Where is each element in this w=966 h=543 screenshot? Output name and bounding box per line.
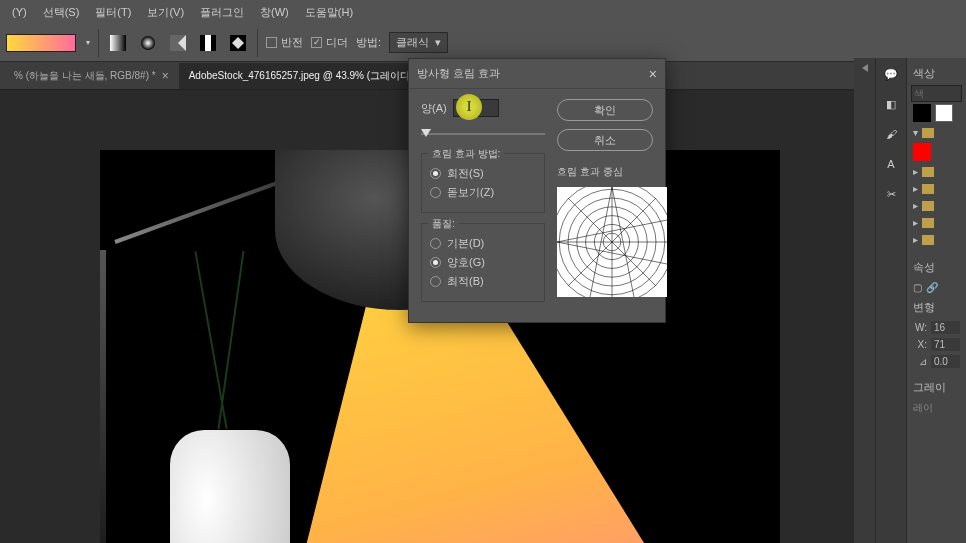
color-search[interactable] — [911, 85, 962, 102]
properties-panel: 색상 ▾ ▸ ▸ ▸ ▸ ▸ 속성 ▢🔗 변형 W:16 X:71 ⊿0.0 그… — [906, 58, 966, 543]
folder-icon — [922, 218, 934, 228]
chevron-right-icon: ▸ — [913, 166, 918, 177]
angle-value[interactable]: 0.0 — [931, 355, 960, 368]
chevron-down-icon: ▾ — [913, 127, 918, 138]
menu-item[interactable]: (Y) — [6, 2, 33, 22]
menu-item[interactable]: 플러그인 — [194, 1, 250, 24]
center-label: 흐림 효과 중심 — [557, 165, 653, 179]
checkbox-icon — [266, 37, 277, 48]
lamp-stand — [100, 250, 106, 543]
menu-item[interactable]: 선택(S) — [37, 1, 86, 24]
method-legend: 흐림 효과 방법: — [428, 147, 504, 161]
menu-item[interactable]: 도움말(H) — [299, 1, 359, 24]
diamond-gradient-icon[interactable] — [227, 32, 249, 54]
separator — [257, 29, 258, 57]
gradient-picker[interactable] — [6, 34, 76, 52]
method-select[interactable]: 클래식 ▾ — [389, 32, 448, 53]
dither-label: 디더 — [326, 35, 348, 50]
layer-folder[interactable]: ▾ — [911, 124, 962, 141]
radio-best[interactable]: 최적(B) — [430, 274, 536, 289]
amount-label: 양(A) — [421, 101, 447, 116]
vase — [170, 430, 290, 543]
folder-icon — [922, 201, 934, 211]
radial-gradient-icon[interactable] — [137, 32, 159, 54]
adjustments-icon[interactable]: ◧ — [881, 94, 901, 114]
amount-slider[interactable] — [421, 127, 545, 141]
swatch-white[interactable] — [935, 104, 953, 122]
menu-item[interactable]: 창(W) — [254, 1, 295, 24]
layer-folder[interactable]: ▸ — [911, 197, 962, 214]
quality-group: 품질: 기본(D) 양호(G) 최적(B) — [421, 223, 545, 302]
menubar: (Y) 선택(S) 필터(T) 보기(V) 플러그인 창(W) 도움말(H) — [0, 0, 966, 24]
radio-label: 양호(G) — [447, 255, 485, 270]
radio-good[interactable]: 양호(G) — [430, 255, 536, 270]
transform-title[interactable]: 변형 — [911, 296, 962, 319]
close-icon[interactable]: × — [649, 66, 657, 82]
tab-label: AdobeStock_476165257.jpeg @ 43.9% (그레이디언… — [189, 69, 429, 83]
dialog-title-text: 방사형 흐림 효과 — [417, 66, 500, 81]
radio-label: 돋보기(Z) — [447, 185, 494, 200]
color-panel-title[interactable]: 색상 — [911, 62, 962, 85]
menu-item[interactable]: 보기(V) — [141, 1, 190, 24]
right-panels: 💬 ◧ 🖌 A ✂ 색상 ▾ ▸ ▸ ▸ ▸ ▸ 속성 ▢🔗 변형 W:16 X… — [876, 58, 966, 543]
radio-icon — [430, 276, 441, 287]
layer-folder[interactable]: ▸ — [911, 180, 962, 197]
chevron-down-icon[interactable]: ▾ — [86, 38, 90, 47]
gray-title: 그레이 — [911, 376, 962, 399]
comment-icon[interactable]: 💬 — [881, 64, 901, 84]
chevron-right-icon — [862, 64, 868, 72]
blur-center-preview[interactable] — [557, 187, 667, 297]
brush-icon[interactable]: 🖌 — [881, 124, 901, 144]
layer-folder[interactable]: ▸ — [911, 231, 962, 248]
cancel-button[interactable]: 취소 — [557, 129, 653, 151]
chevron-down-icon: ▾ — [435, 36, 441, 49]
slider-thumb[interactable] — [421, 129, 431, 137]
panel-collapse-dock[interactable] — [854, 58, 876, 543]
tool-dock: 💬 ◧ 🖌 A ✂ — [876, 58, 906, 543]
radio-icon — [430, 168, 441, 179]
character-icon[interactable]: A — [881, 154, 901, 174]
folder-icon — [922, 235, 934, 245]
chevron-right-icon: ▸ — [913, 234, 918, 245]
swatch-red[interactable] — [913, 143, 931, 161]
w-label: W: — [913, 322, 927, 333]
ok-button[interactable]: 확인 — [557, 99, 653, 121]
separator — [98, 29, 99, 57]
folder-icon — [922, 184, 934, 194]
layer-icon: ▢ — [913, 282, 922, 293]
checkbox-icon: ✓ — [311, 37, 322, 48]
link-icon[interactable]: 🔗 — [926, 282, 938, 293]
close-icon[interactable]: × — [162, 69, 169, 83]
method-label: 방법: — [356, 35, 381, 50]
swatch-black[interactable] — [913, 104, 931, 122]
chevron-right-icon: ▸ — [913, 217, 918, 228]
angle-gradient-icon[interactable] — [167, 32, 189, 54]
linear-gradient-icon[interactable] — [107, 32, 129, 54]
scissors-icon[interactable]: ✂ — [881, 184, 901, 204]
radio-spin[interactable]: 회전(S) — [430, 166, 536, 181]
text-cursor-indicator — [456, 94, 482, 120]
radio-label: 기본(D) — [447, 236, 484, 251]
chevron-right-icon: ▸ — [913, 200, 918, 211]
tab-label: % (하늘을 나는 새들, RGB/8#) * — [14, 69, 156, 83]
properties-title[interactable]: 속성 — [911, 256, 962, 279]
x-value[interactable]: 71 — [931, 338, 960, 351]
radio-zoom[interactable]: 돋보기(Z) — [430, 185, 536, 200]
radio-draft[interactable]: 기본(D) — [430, 236, 536, 251]
w-value[interactable]: 16 — [931, 321, 960, 334]
layer-label: 레이 — [911, 399, 962, 417]
tab-document[interactable]: % (하늘을 나는 새들, RGB/8#) * × — [4, 63, 179, 89]
chevron-right-icon: ▸ — [913, 183, 918, 194]
slider-track — [421, 133, 545, 135]
radio-label: 최적(B) — [447, 274, 484, 289]
radio-icon — [430, 187, 441, 198]
menu-item[interactable]: 필터(T) — [89, 1, 137, 24]
dialog-titlebar[interactable]: 방사형 흐림 효과 × — [409, 59, 665, 89]
layer-folder[interactable]: ▸ — [911, 214, 962, 231]
radial-blur-dialog: 방사형 흐림 효과 × 양(A) 흐림 효과 방법: 회전(S) 돋보기(Z — [408, 58, 666, 323]
reflected-gradient-icon[interactable] — [197, 32, 219, 54]
method-value: 클래식 — [396, 35, 429, 50]
dither-checkbox[interactable]: ✓ 디더 — [311, 35, 348, 50]
layer-folder[interactable]: ▸ — [911, 163, 962, 180]
invert-checkbox[interactable]: 반전 — [266, 35, 303, 50]
